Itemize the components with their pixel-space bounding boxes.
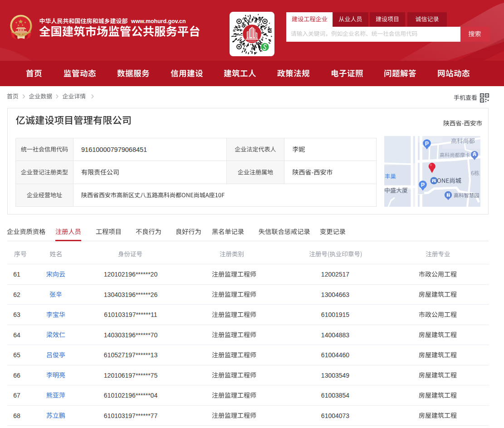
svg-text:P: P — [425, 141, 429, 147]
svg-text:61004073: 61004073 — [321, 412, 350, 419]
svg-text:www.mohurd.gov.cn: www.mohurd.gov.cn — [131, 18, 186, 24]
svg-text:610527197******13: 610527197******13 — [104, 351, 158, 359]
svg-text:610103197******11: 610103197******11 — [104, 311, 157, 318]
svg-text:61003854: 61003854 — [321, 392, 350, 399]
svg-text:916100007979068451: 916100007979068451 — [81, 146, 147, 153]
svg-text:67: 67 — [13, 392, 20, 399]
svg-text:65: 65 — [13, 351, 20, 359]
svg-text:140303196******70: 140303196******70 — [104, 331, 158, 339]
svg-text:12002517: 12002517 — [321, 271, 350, 278]
svg-text:61: 61 — [13, 271, 20, 278]
svg-text:63: 63 — [13, 311, 20, 318]
svg-text:610103197******77: 610103197******77 — [104, 412, 158, 419]
svg-text:13004663: 13004663 — [321, 291, 350, 298]
svg-text:120102196******20: 120102196******20 — [104, 271, 158, 278]
svg-text:130403196******26: 130403196******26 — [104, 291, 158, 298]
svg-text:64: 64 — [13, 331, 20, 339]
svg-text:61004460: 61004460 — [321, 351, 350, 359]
svg-text:610102196******04: 610102196******04 — [104, 392, 158, 399]
svg-text:120106197******75: 120106197******75 — [104, 372, 158, 379]
svg-text:66: 66 — [13, 372, 20, 379]
svg-text:13003549: 13003549 — [321, 372, 350, 379]
svg-text:61001915: 61001915 — [321, 311, 350, 318]
svg-text:68: 68 — [13, 412, 20, 419]
svg-text:62: 62 — [13, 291, 20, 298]
svg-text:14004883: 14004883 — [321, 331, 350, 339]
svg-text:P: P — [421, 182, 425, 188]
